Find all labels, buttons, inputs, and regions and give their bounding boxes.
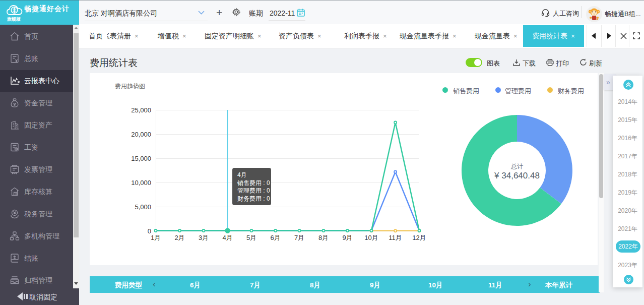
svg-text:4月: 4月 bbox=[222, 234, 232, 241]
svg-text:25,000: 25,000 bbox=[131, 106, 151, 114]
svg-text:8月: 8月 bbox=[318, 234, 329, 241]
svg-text:5月: 5月 bbox=[246, 234, 256, 241]
svg-text:11月: 11月 bbox=[389, 234, 402, 241]
svg-text:2月: 2月 bbox=[174, 234, 184, 241]
svg-text:10,000: 10,000 bbox=[131, 179, 151, 187]
svg-text:7月: 7月 bbox=[294, 234, 304, 241]
svg-text:3月: 3月 bbox=[199, 234, 209, 241]
svg-text:6月: 6月 bbox=[271, 234, 281, 241]
svg-text:12月: 12月 bbox=[412, 234, 426, 241]
svg-text:5,000: 5,000 bbox=[135, 203, 151, 211]
svg-text:20,000: 20,000 bbox=[131, 131, 151, 138]
svg-text:总计: 总计 bbox=[510, 163, 523, 170]
svg-text:1月: 1月 bbox=[151, 234, 161, 241]
svg-text:15,000: 15,000 bbox=[131, 155, 151, 162]
svg-text:9月: 9月 bbox=[342, 234, 352, 241]
svg-text:¥ 34,640.48: ¥ 34,640.48 bbox=[494, 171, 540, 180]
svg-text:10月: 10月 bbox=[364, 234, 378, 241]
